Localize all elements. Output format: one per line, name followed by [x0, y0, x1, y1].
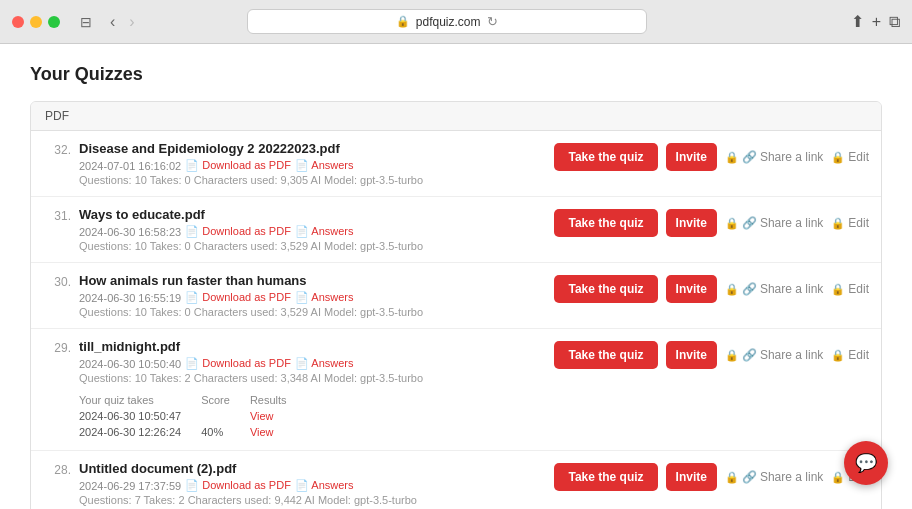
lock-share-icon: 🔒	[725, 217, 739, 230]
share-link-button[interactable]: 🔒🔗 Share a link	[725, 470, 823, 484]
share-link-button[interactable]: 🔒🔗 Share a link	[725, 150, 823, 164]
lock-edit-icon: 🔒	[831, 217, 845, 230]
download-pdf-link[interactable]: 📄 Download as PDF	[185, 357, 291, 370]
quiz-title: Untitled document (2).pdf	[79, 461, 546, 476]
quiz-meta-row: 2024-06-30 16:55:19📄 Download as PDF📄 An…	[79, 291, 546, 304]
quiz-list: 32.Disease and Epidemiology 2 20222023.p…	[31, 131, 881, 509]
answers-link[interactable]: 📄 Answers	[295, 479, 354, 492]
close-button[interactable]	[12, 16, 24, 28]
tabs-button[interactable]: ⧉	[889, 12, 900, 31]
forward-button[interactable]: ›	[123, 11, 140, 33]
sidebar-toggle[interactable]: ⊟	[76, 12, 96, 32]
take-row: 2024-06-30 12:26:2440%View	[79, 424, 307, 440]
quiz-row: 29.till_midnight.pdf2024-06-30 10:50:40📄…	[31, 329, 881, 451]
url-text: pdfquiz.com	[416, 15, 481, 29]
quiz-title: till_midnight.pdf	[79, 339, 546, 354]
quiz-date: 2024-06-30 16:55:19	[79, 292, 181, 304]
quiz-meta-row: 2024-06-30 10:50:40📄 Download as PDF📄 An…	[79, 357, 546, 370]
edit-button[interactable]: 🔒 Edit	[831, 282, 869, 296]
quiz-actions: Take the quizInvite🔒🔗 Share a link🔒 Edit	[554, 461, 869, 491]
chain-icon: 🔗	[742, 216, 757, 230]
chain-icon: 🔗	[742, 150, 757, 164]
quiz-stats-row: Questions: 10 Takes: 0 Characters used: …	[79, 306, 546, 318]
invite-button[interactable]: Invite	[666, 143, 717, 171]
share-browser-button[interactable]: ⬆	[851, 12, 864, 31]
edit-button[interactable]: 🔒 Edit	[831, 348, 869, 362]
share-link-button[interactable]: 🔒🔗 Share a link	[725, 216, 823, 230]
quiz-actions: Take the quizInvite🔒🔗 Share a link🔒 Edit	[554, 339, 869, 369]
answers-link[interactable]: 📄 Answers	[295, 159, 354, 172]
quiz-info: How animals run faster than humans2024-0…	[79, 273, 546, 318]
lock-edit-icon: 🔒	[831, 151, 845, 164]
invite-button[interactable]: Invite	[666, 209, 717, 237]
lock-edit-icon: 🔒	[831, 283, 845, 296]
page-title: Your Quizzes	[30, 64, 882, 85]
share-link-button[interactable]: 🔒🔗 Share a link	[725, 282, 823, 296]
quiz-number: 31.	[43, 207, 71, 223]
back-button[interactable]: ‹	[104, 11, 121, 33]
edit-button[interactable]: 🔒 Edit	[831, 150, 869, 164]
lock-share-icon: 🔒	[725, 151, 739, 164]
view-take-link[interactable]: View	[250, 410, 274, 422]
nav-buttons: ‹ ›	[104, 11, 141, 33]
answers-link[interactable]: 📄 Answers	[295, 291, 354, 304]
quiz-actions: Take the quizInvite🔒🔗 Share a link🔒 Edit	[554, 141, 869, 171]
quiz-row: 32.Disease and Epidemiology 2 20222023.p…	[31, 131, 881, 197]
quiz-date: 2024-06-30 10:50:40	[79, 358, 181, 370]
quiz-row: 28.Untitled document (2).pdf2024-06-29 1…	[31, 451, 881, 509]
take-quiz-button[interactable]: Take the quiz	[554, 341, 657, 369]
quiz-date: 2024-06-30 16:58:23	[79, 226, 181, 238]
quiz-meta-row: 2024-06-30 16:58:23📄 Download as PDF📄 An…	[79, 225, 546, 238]
quiz-stats-row: Questions: 10 Takes: 0 Characters used: …	[79, 174, 546, 186]
take-quiz-button[interactable]: Take the quiz	[554, 143, 657, 171]
reload-icon[interactable]: ↻	[487, 14, 498, 29]
download-pdf-link[interactable]: 📄 Download as PDF	[185, 225, 291, 238]
lock-share-icon: 🔒	[725, 471, 739, 484]
new-tab-button[interactable]: +	[872, 12, 881, 31]
answers-link[interactable]: 📄 Answers	[295, 357, 354, 370]
takes-table: Your quiz takesScoreResults2024-06-30 10…	[79, 392, 307, 440]
quiz-meta-row: 2024-07-01 16:16:02📄 Download as PDF📄 An…	[79, 159, 546, 172]
page-content: Your Quizzes PDF 32.Disease and Epidemio…	[0, 44, 912, 509]
section-header: PDF	[31, 102, 881, 131]
traffic-lights	[12, 16, 60, 28]
browser-chrome: ⊟ ‹ › 🔒 pdfquiz.com ↻ ⬆ + ⧉	[0, 0, 912, 44]
quiz-row: 30.How animals run faster than humans202…	[31, 263, 881, 329]
window-controls: ⊟	[76, 12, 96, 32]
download-pdf-link[interactable]: 📄 Download as PDF	[185, 159, 291, 172]
quiz-actions: Take the quizInvite🔒🔗 Share a link🔒 Edit	[554, 273, 869, 303]
quiz-actions: Take the quizInvite🔒🔗 Share a link🔒 Edit	[554, 207, 869, 237]
invite-button[interactable]: Invite	[666, 341, 717, 369]
take-quiz-button[interactable]: Take the quiz	[554, 463, 657, 491]
quizzes-container: PDF 32.Disease and Epidemiology 2 202220…	[30, 101, 882, 509]
quiz-number: 28.	[43, 461, 71, 477]
quiz-info: Ways to educate.pdf2024-06-30 16:58:23📄 …	[79, 207, 546, 252]
lock-icon: 🔒	[396, 15, 410, 28]
download-pdf-link[interactable]: 📄 Download as PDF	[185, 291, 291, 304]
view-take-link[interactable]: View	[250, 426, 274, 438]
quiz-stats-row: Questions: 10 Takes: 0 Characters used: …	[79, 240, 546, 252]
answers-link[interactable]: 📄 Answers	[295, 225, 354, 238]
quiz-info: till_midnight.pdf2024-06-30 10:50:40📄 Do…	[79, 339, 546, 440]
quiz-info: Untitled document (2).pdf2024-06-29 17:3…	[79, 461, 546, 506]
address-bar[interactable]: 🔒 pdfquiz.com ↻	[247, 9, 647, 34]
share-link-button[interactable]: 🔒🔗 Share a link	[725, 348, 823, 362]
quiz-date: 2024-06-29 17:37:59	[79, 480, 181, 492]
invite-button[interactable]: Invite	[666, 463, 717, 491]
chain-icon: 🔗	[742, 348, 757, 362]
lock-edit-icon: 🔒	[831, 471, 845, 484]
take-quiz-button[interactable]: Take the quiz	[554, 209, 657, 237]
take-quiz-button[interactable]: Take the quiz	[554, 275, 657, 303]
edit-button[interactable]: 🔒 Edit	[831, 216, 869, 230]
maximize-button[interactable]	[48, 16, 60, 28]
chain-icon: 🔗	[742, 470, 757, 484]
quiz-row: 31.Ways to educate.pdf2024-06-30 16:58:2…	[31, 197, 881, 263]
quiz-title: Ways to educate.pdf	[79, 207, 546, 222]
chain-icon: 🔗	[742, 282, 757, 296]
invite-button[interactable]: Invite	[666, 275, 717, 303]
quiz-number: 32.	[43, 141, 71, 157]
chat-icon: 💬	[855, 452, 877, 474]
download-pdf-link[interactable]: 📄 Download as PDF	[185, 479, 291, 492]
minimize-button[interactable]	[30, 16, 42, 28]
chat-fab-button[interactable]: 💬	[844, 441, 888, 485]
